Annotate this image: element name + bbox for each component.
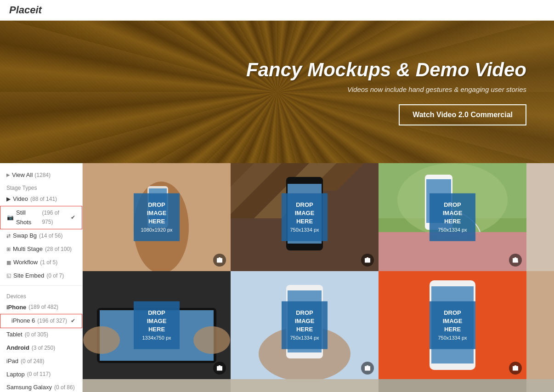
drop-label: DROPIMAGEHERE750x1334 px — [282, 193, 328, 241]
sidebar-item-iphone[interactable]: iPhone (189 of 482) — [0, 301, 82, 314]
main-layout: ▶ View All (1284) Stage Types ▶ Video (8… — [0, 163, 554, 392]
svg-point-26 — [193, 326, 230, 354]
sidebar-divider — [0, 285, 82, 286]
chevron-right-icon: ▶ — [6, 172, 10, 177]
laptop-label: Laptop — [6, 370, 25, 380]
ipad-count: (0 of 248) — [21, 357, 44, 366]
view-all-label: View All — [12, 171, 33, 178]
android-label: Android — [6, 343, 29, 353]
ipad-label: iPad — [6, 357, 18, 366]
content-area: DROPIMAGEHERE1080x1920 px — [83, 163, 554, 392]
sidebar-item-multi-stage[interactable]: ⊞ Multi Stage (28 of 100) — [0, 243, 82, 256]
partial-bottom-row — [83, 379, 554, 392]
drop-label: DROPIMAGEHERE1334x750 px — [134, 301, 180, 349]
camera-badge-icon — [361, 362, 374, 375]
header: Placeit — [0, 0, 554, 21]
drop-label: DROPIMAGEHERE750x1334 px — [282, 301, 328, 349]
workflow-count: (1 of 5) — [40, 258, 57, 267]
video-icon: ▶ — [6, 195, 11, 204]
sidebar-item-android[interactable]: Android (3 of 250) — [0, 341, 82, 355]
embed-icon: ◱ — [6, 272, 11, 280]
video-count: (88 of 141) — [30, 195, 57, 204]
still-shots-count: (196 of 975) — [42, 209, 68, 226]
video-label: Video — [13, 194, 28, 204]
swap-bg-count: (14 of 56) — [39, 232, 62, 240]
android-count: (3 of 250) — [32, 344, 55, 352]
mockup-cell[interactable]: DROPIMAGEHERE750x1334 px — [379, 163, 526, 271]
stage-types-section-title: Stage Types — [0, 180, 82, 193]
mockup-cell[interactable]: DROPIMAGEHERE750x1334 px — [231, 271, 379, 379]
sidebar-item-tablet[interactable]: Tablet (0 of 305) — [0, 328, 82, 341]
logo[interactable]: Placeit — [9, 4, 42, 16]
multi-stage-label: Multi Stage — [13, 244, 43, 254]
camera-icon: 📷 — [7, 213, 14, 222]
mockup-grid: DROPIMAGEHERE1080x1920 px — [83, 163, 554, 379]
partial-cell-2 — [526, 271, 554, 379]
laptop-count: (0 of 117) — [27, 370, 51, 379]
svg-rect-21 — [526, 163, 554, 271]
hero-banner: Fancy Mockups & Demo Video Videos now in… — [0, 21, 554, 163]
watch-video-button[interactable]: Watch Video 2.0 Commercial — [399, 104, 526, 125]
sidebar: ▶ View All (1284) Stage Types ▶ Video (8… — [0, 163, 83, 392]
tablet-label: Tablet — [6, 330, 23, 340]
sidebar-item-iphone6[interactable]: iPhone 6 (196 of 327) ✔ — [0, 314, 82, 328]
site-embed-label: Site Embed — [13, 271, 44, 281]
swap-icon: ⇄ — [6, 232, 11, 240]
camera-badge-icon — [509, 362, 522, 375]
sidebar-item-swap-bg[interactable]: ⇄ Swap Bg (14 of 56) — [0, 229, 82, 243]
hero-content: Fancy Mockups & Demo Video Videos now in… — [246, 58, 526, 125]
sidebar-item-video[interactable]: ▶ Video (88 of 141) — [0, 193, 82, 206]
samsung-galaxy-count: (0 of 86) — [54, 383, 75, 392]
hero-subtitle: Videos now include hand gestures & engag… — [246, 85, 526, 93]
check-icon: ✔ — [71, 213, 75, 222]
devices-section-title: Devices — [0, 289, 82, 301]
sidebar-item-still-shots[interactable]: 📷 Still Shots (196 of 975) ✔ — [0, 206, 82, 230]
iphone6-count: (196 of 327) — [37, 317, 67, 325]
view-all-count: (1284) — [34, 172, 51, 178]
sidebar-item-samsung-galaxy[interactable]: Samsung Galaxy (0 of 86) — [0, 381, 82, 392]
sidebar-item-workflow[interactable]: ▦ Workflow (1 of 5) — [0, 256, 82, 269]
drop-label: DROPIMAGEHERE750x1334 px — [430, 301, 475, 349]
mockup-cell[interactable]: DROPIMAGEHERE1334x750 px — [83, 271, 231, 379]
sidebar-item-view-all[interactable]: ▶ View All (1284) — [0, 170, 82, 180]
sidebar-item-laptop[interactable]: Laptop (0 of 117) — [0, 368, 82, 381]
iphone-label: iPhone — [6, 303, 26, 312]
svg-point-25 — [83, 326, 120, 354]
camera-badge-icon — [361, 254, 374, 267]
still-shots-label: Still Shots — [16, 208, 40, 227]
drop-label: DROPIMAGEHERE750x1334 px — [430, 193, 475, 241]
sidebar-item-ipad[interactable]: iPad (0 of 248) — [0, 355, 82, 368]
mockup-cell[interactable]: DROPIMAGEHERE1080x1920 px — [83, 163, 231, 271]
drop-label: DROPIMAGEHERE1080x1920 px — [134, 193, 180, 241]
camera-badge-icon — [213, 254, 226, 267]
tablet-count: (0 of 305) — [25, 330, 48, 339]
site-embed-count: (0 of 7) — [46, 272, 64, 280]
svg-rect-34 — [526, 271, 554, 379]
samsung-galaxy-label: Samsung Galaxy — [6, 383, 52, 392]
workflow-label: Workflow — [13, 258, 38, 267]
iphone6-label: iPhone 6 — [11, 316, 35, 326]
sidebar-item-site-embed[interactable]: ◱ Site Embed (0 of 7) — [0, 269, 82, 283]
camera-badge-icon — [213, 362, 226, 375]
iphone-count: (189 of 482) — [28, 303, 58, 312]
multi-stage-icon: ⊞ — [6, 245, 11, 254]
mockup-cell[interactable]: DROPIMAGEHERE750x1334 px — [379, 271, 526, 379]
camera-badge-icon — [509, 254, 522, 267]
partial-cell — [526, 163, 554, 271]
iphone6-check-icon: ✔ — [71, 317, 75, 325]
swap-bg-label: Swap Bg — [13, 231, 37, 241]
multi-stage-count: (28 of 100) — [45, 245, 72, 254]
mockup-cell[interactable]: DROPIMAGEHERE750x1334 px — [231, 163, 379, 271]
hero-title: Fancy Mockups & Demo Video — [246, 58, 526, 81]
workflow-icon: ▦ — [6, 259, 11, 267]
